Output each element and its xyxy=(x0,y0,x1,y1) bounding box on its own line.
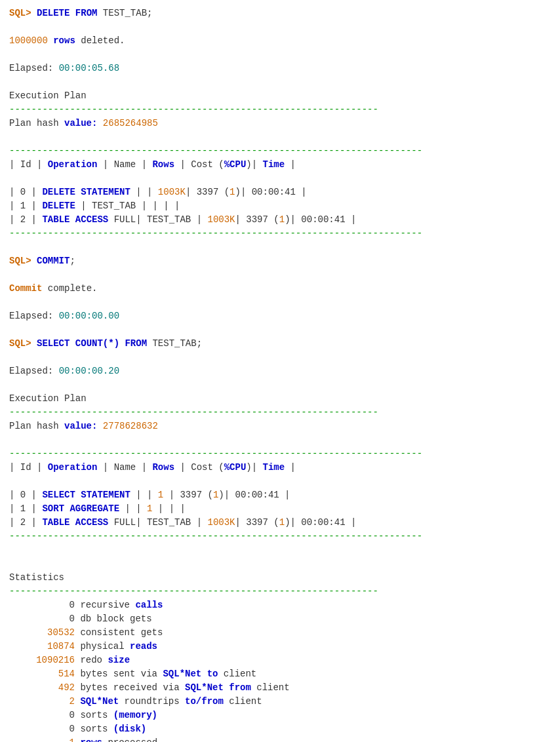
elapsed-2: Elapsed: 00:00:00.00 xyxy=(9,309,551,323)
stat-redo-size: 1090216 redo size xyxy=(9,654,551,667)
delete-keyword: DELETE FROM xyxy=(37,8,97,18)
blank-line xyxy=(9,557,551,571)
complete-text: complete. xyxy=(42,283,97,294)
terminal-output: SQL> DELETE FROM TEST_TAB; 1000000 rows … xyxy=(9,7,551,742)
blank-line xyxy=(9,130,551,144)
stat-sorts-disk: 0 sorts (disk) xyxy=(9,722,551,736)
table-row-0-2: | 0 | SELECT STATEMENT | | 1 | 3397 (1)|… xyxy=(9,488,551,502)
table-row-0-1: | 0 | DELETE STATEMENT | | 1003K| 3397 (… xyxy=(9,186,551,199)
table-row-1-2: | 1 | SORT AGGREGATE | | 1 | | | xyxy=(9,502,551,516)
blank-line xyxy=(9,351,551,364)
table-divider-bot-1: ----------------------------------------… xyxy=(9,227,551,241)
blank-line xyxy=(9,20,551,34)
elapsed-3: Elapsed: 00:00:00.20 xyxy=(9,364,551,378)
elapsed-value-2: 00:00:00.00 xyxy=(59,311,119,321)
rows-keyword: rows xyxy=(53,35,75,46)
blank-line xyxy=(9,378,551,392)
stat-bytes-sent: 514 bytes sent via SQL*Net to client xyxy=(9,667,551,681)
table-row-2-2: | 2 | TABLE ACCESS FULL| TEST_TAB | 1003… xyxy=(9,516,551,530)
stat-physical-reads: 10874 physical reads xyxy=(9,640,551,654)
commit-keyword: COMMIT xyxy=(37,256,70,266)
elapsed-value-3: 00:00:00.20 xyxy=(59,366,119,376)
elapsed-label: Elapsed: xyxy=(9,63,59,73)
stats-divider: ----------------------------------------… xyxy=(9,585,551,598)
sql-select-cmd: SQL> SELECT COUNT(*) FROM TEST_TAB; xyxy=(9,337,551,351)
blank-line xyxy=(9,172,551,186)
select-table: TEST_TAB; xyxy=(147,338,202,349)
commit-result: Commit complete. xyxy=(9,282,551,296)
stat-bytes-received: 492 bytes received via SQL*Net from clie… xyxy=(9,681,551,695)
sql-delete-cmd: SQL> DELETE FROM TEST_TAB; xyxy=(9,7,551,20)
exec-plan-label-2: Execution Plan xyxy=(9,392,551,406)
blank-line xyxy=(9,241,551,254)
delete-table: TEST_TAB; xyxy=(97,8,152,18)
elapsed-1: Elapsed: 00:00:05.68 xyxy=(9,62,551,75)
select-keyword: SELECT COUNT(*) FROM xyxy=(37,338,147,349)
blank-line xyxy=(9,75,551,89)
exec-plan-label-1: Execution Plan xyxy=(9,89,551,103)
divider-2: ----------------------------------------… xyxy=(9,406,551,420)
blank-line xyxy=(9,268,551,282)
delete-result: 1000000 rows deleted. xyxy=(9,34,551,48)
blank-line xyxy=(9,543,551,557)
table-header-2: | Id | Operation | Name | Rows | Cost (%… xyxy=(9,461,551,475)
sql-prompt-2: SQL> xyxy=(9,256,37,266)
deleted-text: deleted. xyxy=(75,35,125,46)
elapsed-value: 00:00:05.68 xyxy=(59,63,119,73)
commit-word: Commit xyxy=(9,283,42,294)
sql-commit-cmd: SQL> COMMIT; xyxy=(9,254,551,268)
table-header-1: | Id | Operation | Name | Rows | Cost (%… xyxy=(9,158,551,172)
sql-prompt: SQL> xyxy=(9,8,37,18)
table-divider-top-2: ----------------------------------------… xyxy=(9,447,551,461)
table-row-2-1: | 2 | TABLE ACCESS FULL| TEST_TAB | 1003… xyxy=(9,213,551,227)
table-divider-bot-2: ----------------------------------------… xyxy=(9,530,551,543)
sql-prompt-3: SQL> xyxy=(9,338,37,349)
table-row-1-1: | 1 | DELETE | TEST_TAB | | | | xyxy=(9,199,551,213)
rows-count: 1000000 xyxy=(9,35,53,46)
stat-consistent-gets: 30532 consistent gets xyxy=(9,626,551,640)
divider-1: ----------------------------------------… xyxy=(9,103,551,117)
stat-sorts-memory: 0 sorts (memory) xyxy=(9,709,551,722)
plan-hash-1: Plan hash value: 2685264985 xyxy=(9,117,551,130)
blank-line xyxy=(9,296,551,309)
table-divider-top-1: ----------------------------------------… xyxy=(9,144,551,158)
elapsed-label-3: Elapsed: xyxy=(9,366,59,376)
commit-semi: ; xyxy=(70,256,75,266)
stat-roundtrips: 2 SQL*Net roundtrips to/from client xyxy=(9,695,551,709)
stat-rows-processed: 1 rows processed xyxy=(9,736,551,742)
blank-line xyxy=(9,323,551,337)
blank-line xyxy=(9,48,551,62)
blank-line xyxy=(9,475,551,488)
stat-db-block-gets: 0 db block gets xyxy=(9,612,551,626)
blank-line xyxy=(9,433,551,447)
statistics-label: Statistics xyxy=(9,571,551,585)
plan-hash-2: Plan hash value: 2778628632 xyxy=(9,420,551,433)
elapsed-label-2: Elapsed: xyxy=(9,311,59,321)
stat-recursive-calls: 0 recursive calls xyxy=(9,598,551,612)
